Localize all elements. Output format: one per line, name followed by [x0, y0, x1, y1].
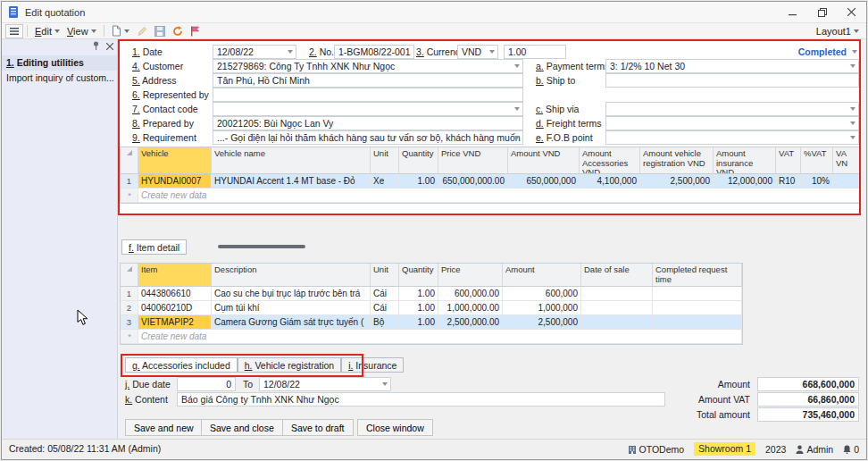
tab-item-detail[interactable]: f. Item detail	[121, 239, 187, 255]
cell-item[interactable]: 040060210D	[138, 301, 212, 315]
date-field[interactable]: 12/08/22	[213, 45, 296, 59]
cell-description[interactable]: Cụm túi khí	[212, 301, 371, 315]
ship-via-field[interactable]	[605, 102, 859, 116]
col-vehicle-name[interactable]: Vehicle name	[212, 147, 371, 174]
cell-pct-vat[interactable]: 10%	[801, 174, 833, 189]
save-button[interactable]	[151, 24, 169, 38]
represented-by-field[interactable]	[213, 88, 523, 102]
cell-amount-registration[interactable]: 2,500,000	[640, 174, 714, 189]
content-field[interactable]: Báo giá Công ty Tnhh XNK Như Ngọc	[177, 392, 665, 407]
view-menu[interactable]: View	[63, 24, 100, 38]
requirement-field[interactable]: ...- Gọi điện lại hỏi thăm khách hàng sa…	[213, 130, 523, 145]
col-price-vnd[interactable]: Price VND	[438, 147, 508, 174]
cell-quantity[interactable]: 1.00	[399, 301, 438, 315]
edit-record-button[interactable]	[133, 24, 151, 38]
exchange-rate-field[interactable]: 1.00	[504, 45, 566, 59]
refresh-button[interactable]	[169, 24, 187, 38]
col-price[interactable]: Price	[438, 264, 503, 287]
address-field[interactable]: Tân Phú, Hồ Chí Minh	[213, 73, 523, 88]
ship-to-field[interactable]	[605, 73, 859, 88]
save-and-close-button[interactable]: Save and close	[201, 419, 283, 436]
cell-description[interactable]: Cao su che bụi trục láp trước bên trá	[212, 287, 371, 301]
cell-quantity[interactable]: 1.00	[399, 287, 438, 301]
cell-quantity[interactable]: 1.00	[399, 174, 438, 189]
panel-close-icon[interactable]	[106, 41, 113, 52]
cell-price[interactable]: 650,000,000.00	[438, 174, 508, 189]
menu-icon[interactable]	[5, 24, 23, 38]
pin-icon[interactable]	[92, 41, 100, 52]
new-document-button[interactable]	[108, 24, 133, 38]
col-quantity[interactable]: Quantity	[399, 264, 438, 287]
branch-indicator[interactable]: Showroom 1	[694, 442, 755, 456]
edit-menu[interactable]: Edit	[31, 24, 63, 38]
col-amount-registration[interactable]: Amount vehicle registration VND	[640, 147, 714, 174]
cell-vehicle-name[interactable]: HYUNDAI Accent 1.4 MT base - Đỏ	[212, 174, 371, 189]
restore-button[interactable]	[807, 2, 837, 22]
tab-vehicle-registration[interactable]: h. Vehicle registration	[238, 357, 341, 373]
cell-completed-request-time[interactable]	[653, 301, 742, 315]
vehicle-new-row[interactable]: * Create new data	[121, 189, 860, 203]
item-row-2[interactable]: 2 040060210D Cụm túi khí Cái 1.00 1,000,…	[121, 301, 742, 315]
cell-completed-request-time[interactable]	[653, 315, 742, 330]
cell-amount-insurance[interactable]: 12,000,000	[714, 174, 776, 189]
cell-price[interactable]: 1,000,000.00	[438, 301, 503, 315]
cell-description[interactable]: Camera Gương Giám sát trực tuyến (	[212, 315, 371, 330]
tab-accessories-included[interactable]: g. Accessories included	[125, 357, 238, 373]
cell-completed-request-time[interactable]	[653, 287, 742, 301]
col-item[interactable]: Item	[138, 264, 212, 287]
vehicle-row-1[interactable]: 1 HYUNDAI0007 HYUNDAI Accent 1.4 MT base…	[121, 174, 860, 189]
cell-unit[interactable]: Cái	[371, 287, 399, 301]
no-field[interactable]: 1-BGM08/22-001	[334, 45, 414, 59]
cell-amount[interactable]: 650,000,000	[508, 174, 580, 189]
col-completed-request-time[interactable]: Completed request time	[653, 264, 742, 287]
col-description[interactable]: Description	[212, 264, 371, 287]
tab-insurance[interactable]: i. Insurance	[341, 357, 404, 373]
cell-amount[interactable]: 600,000	[503, 287, 581, 301]
minimize-button[interactable]	[778, 2, 807, 22]
col-vat[interactable]: VAT	[776, 147, 801, 174]
item-row-1[interactable]: 1 0443806610 Cao su che bụi trục láp trư…	[121, 287, 742, 301]
fiscal-year[interactable]: 2023	[765, 444, 786, 455]
contact-code-field[interactable]	[213, 102, 523, 116]
col-vat-vnd[interactable]: VA VN	[833, 147, 860, 174]
cell-vat[interactable]: R10	[776, 174, 801, 189]
col-amount-vnd[interactable]: Amount VND	[508, 147, 580, 174]
cell-price[interactable]: 2,500,000.00	[438, 315, 503, 330]
cell-date-of-sale[interactable]	[581, 315, 653, 330]
cell-unit[interactable]: Bộ	[371, 315, 399, 330]
cell-unit[interactable]: Xe	[371, 174, 399, 189]
cell-item[interactable]: 0443806610	[138, 287, 212, 301]
prepared-by-field[interactable]: 20021205: Bùi Ngọc Lan Vy	[213, 116, 523, 130]
cell-vehicle[interactable]: HYUNDAI0007	[138, 174, 212, 189]
sidebar-item-import-inquiry[interactable]: Import inquiry of custom...	[2, 71, 117, 85]
close-window-button[interactable]: Close window	[357, 419, 433, 436]
cell-item[interactable]: VIETMAPIP2	[138, 315, 212, 330]
payment-terms-field[interactable]: 3: 1/2% 10 Net 30	[605, 59, 859, 73]
col-amount-insurance[interactable]: Amount insurance VND	[714, 147, 776, 174]
create-new-data[interactable]: Create new data	[138, 189, 860, 203]
cell-quantity[interactable]: 1.00	[399, 315, 438, 330]
status-dropdown[interactable]: Completed	[743, 45, 859, 59]
splitter-handle[interactable]	[218, 245, 305, 248]
cell-vat-vnd[interactable]	[833, 174, 860, 189]
item-new-row[interactable]: * Create new data	[121, 330, 742, 344]
notifications-indicator[interactable]: 0	[843, 444, 859, 455]
col-unit[interactable]: Unit	[371, 147, 399, 174]
col-pct-vat[interactable]: %VAT	[801, 147, 833, 174]
due-days-field[interactable]: 0	[177, 377, 236, 391]
user-indicator[interactable]: Admin	[796, 444, 833, 455]
due-date-field[interactable]: 12/08/22	[259, 377, 391, 391]
currency-field[interactable]: VND	[457, 45, 498, 59]
create-new-data[interactable]: Create new data	[138, 330, 742, 344]
cell-amount[interactable]: 2,500,000	[503, 315, 581, 330]
col-amount[interactable]: Amount	[503, 264, 581, 287]
company-indicator[interactable]: OTODemo	[628, 444, 685, 455]
cell-unit[interactable]: Cái	[371, 301, 399, 315]
cell-amount[interactable]: 1,000,000	[503, 301, 581, 315]
item-row-3[interactable]: 3 VIETMAPIP2 Camera Gương Giám sát trực …	[121, 315, 742, 330]
fob-point-field[interactable]	[605, 130, 859, 145]
save-and-new-button[interactable]: Save and new	[125, 419, 203, 436]
cell-date-of-sale[interactable]	[581, 301, 653, 315]
customer-field[interactable]: 215279869: Công Ty Tnhh XNK Như Ngọc	[213, 59, 523, 73]
cell-price[interactable]: 600,000.00	[438, 287, 503, 301]
